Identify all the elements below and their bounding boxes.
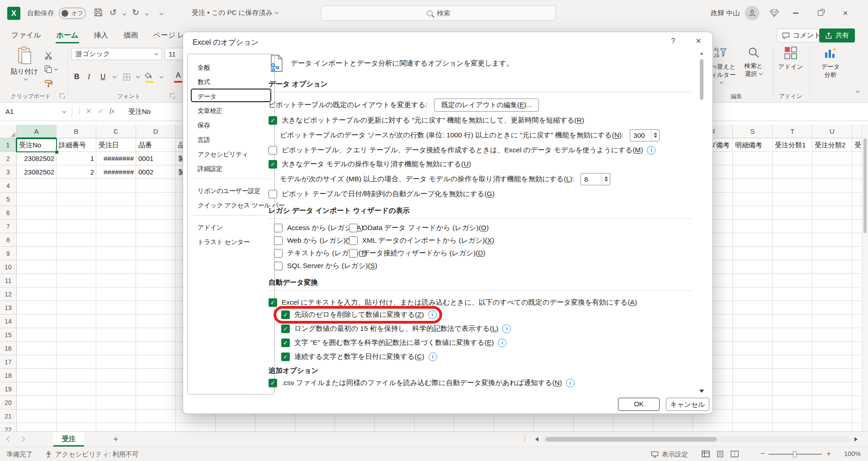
cell-U1[interactable]: 受注分類2	[812, 138, 852, 152]
cell-B3[interactable]: 2	[57, 165, 96, 179]
spinner-arrows[interactable]	[651, 130, 659, 141]
quick-access-more-icon[interactable]	[160, 11, 163, 15]
collapse-ribbon-icon[interactable]	[856, 89, 859, 93]
cell-C3[interactable]: ########	[96, 165, 136, 179]
info-icon[interactable]: i	[566, 379, 575, 387]
add-sheet-button[interactable]: +	[110, 434, 121, 445]
spinner-input[interactable]: 8	[580, 173, 610, 185]
row-header-17[interactable]: 17	[0, 355, 17, 369]
ribbon-tab-ホーム[interactable]: ホーム	[49, 27, 86, 44]
name-box[interactable]: A1	[0, 103, 72, 121]
cancel-button[interactable]: キャンセル	[666, 398, 709, 411]
column-header-U[interactable]: U	[812, 125, 852, 138]
save-icon[interactable]	[94, 8, 103, 17]
zoom-in-button[interactable]: +	[826, 449, 831, 458]
checkbox-unchecked[interactable]	[274, 236, 283, 245]
checkbox-checked[interactable]: ✓	[269, 160, 277, 169]
cut-button[interactable]	[44, 50, 62, 61]
checkbox-unchecked[interactable]	[269, 146, 277, 155]
scroll-left-icon[interactable]	[535, 437, 538, 442]
ok-button[interactable]: OK	[618, 398, 660, 411]
copy-button[interactable]	[44, 63, 62, 75]
checkbox-checked[interactable]: ✓	[269, 116, 277, 125]
scroll-down-icon[interactable]	[699, 390, 704, 393]
spin-up-icon[interactable]	[654, 132, 657, 135]
cell-C1[interactable]: 受注日	[96, 138, 136, 152]
options-nav-トラスト センター[interactable]: トラスト センター	[191, 234, 271, 248]
ribbon-tab-挿入[interactable]: 挿入	[86, 27, 116, 44]
checkbox-checked[interactable]: ✓	[281, 353, 290, 361]
row-header-15[interactable]: 15	[0, 328, 17, 342]
options-nav-クイック アクセス ツール バー[interactable]: クイック アクセス ツール バー	[191, 198, 271, 211]
prev-sheet-icon[interactable]	[6, 436, 12, 442]
undo-icon[interactable]: ↺	[109, 7, 117, 18]
options-nav-文章校正[interactable]: 文章校正	[191, 103, 271, 117]
row-header-20[interactable]: 20	[0, 396, 17, 409]
font-dialog-launcher-icon[interactable]	[170, 94, 175, 98]
spinner-arrows[interactable]	[602, 174, 610, 185]
paste-button[interactable]: 貼り付け	[10, 47, 39, 91]
column-header-C[interactable]: C	[96, 125, 136, 138]
row-header-14[interactable]: 14	[0, 315, 17, 328]
row-header-2[interactable]: 2	[0, 152, 17, 165]
row-header-5[interactable]: 5	[0, 193, 17, 206]
row-header-22[interactable]: 22	[0, 423, 17, 431]
excel-logo-icon[interactable]: X	[7, 7, 20, 20]
zoom-level[interactable]: 100%	[838, 450, 861, 457]
column-header-D[interactable]: D	[136, 125, 176, 138]
scrollbar-grip-icon[interactable]: ⋮	[522, 435, 527, 442]
options-nav-言語[interactable]: 言語	[191, 132, 271, 146]
row-header-12[interactable]: 12	[0, 287, 17, 301]
checkbox-checked[interactable]: ✓	[281, 325, 290, 333]
options-nav-データ[interactable]: データ	[191, 89, 271, 102]
avatar[interactable]	[745, 6, 760, 20]
bold-button[interactable]: B	[74, 71, 80, 83]
share-button[interactable]: 共有	[819, 28, 855, 42]
column-header-T[interactable]: T	[773, 125, 812, 138]
horizontal-scrollbar-thumb[interactable]	[545, 437, 717, 442]
scroll-right-icon[interactable]	[854, 437, 858, 442]
row-header-19[interactable]: 19	[0, 382, 17, 396]
cell-B1[interactable]: 詳細番号	[57, 138, 96, 152]
cell-D2[interactable]: 0001	[136, 152, 176, 165]
cell-D3[interactable]: 0002	[136, 165, 176, 179]
format-painter-button[interactable]	[44, 78, 62, 89]
next-sheet-icon[interactable]	[19, 436, 25, 442]
info-icon[interactable]: i	[428, 310, 437, 319]
font-name-select[interactable]: 游ゴシック	[71, 48, 162, 60]
cell-C2[interactable]: ########	[96, 152, 136, 165]
row-header-13[interactable]: 13	[0, 301, 17, 315]
options-nav-アドイン[interactable]: アドイン	[191, 220, 271, 233]
spin-down-icon[interactable]	[654, 136, 657, 138]
checkbox-unchecked[interactable]	[349, 249, 358, 258]
cell-D1[interactable]: 品番	[136, 138, 176, 152]
italic-button[interactable]: I	[88, 71, 90, 83]
edit-default-layout-button[interactable]: 既定のレイアウトの編集(E)...	[434, 99, 539, 112]
page-layout-view-icon[interactable]	[716, 451, 724, 457]
autosave-toggle[interactable]: オフ	[59, 8, 86, 19]
cell-T1[interactable]: 受注分類1	[773, 138, 812, 152]
comments-button[interactable]: コメント	[777, 28, 826, 42]
premium-diamond-icon[interactable]	[769, 9, 779, 18]
row-header-7[interactable]: 7	[0, 220, 17, 233]
ribbon-tab-描画[interactable]: 描画	[116, 27, 146, 44]
document-title[interactable]: 受注 • この PC に保存済み	[192, 9, 278, 17]
column-header-B[interactable]: B	[57, 125, 96, 138]
clipboard-dialog-launcher-icon[interactable]	[60, 94, 64, 98]
vertical-scrollbar[interactable]	[862, 125, 868, 431]
formula-content[interactable]: 受注No	[128, 108, 151, 116]
checkbox-unchecked[interactable]	[349, 236, 358, 245]
row-header-9[interactable]: 9	[0, 247, 17, 260]
dialog-help-button[interactable]: ?	[668, 37, 679, 45]
dialog-scrollbar-thumb[interactable]	[700, 59, 703, 100]
info-icon[interactable]: i	[647, 146, 656, 155]
find-select-button[interactable]: 検索と 選択	[739, 46, 769, 78]
checkbox-checked[interactable]: ✓	[269, 298, 277, 307]
page-break-view-icon[interactable]	[731, 451, 739, 457]
spin-down-icon[interactable]	[604, 179, 608, 182]
underline-dropdown-icon[interactable]	[113, 75, 116, 78]
zoom-out-button[interactable]: −	[760, 449, 765, 458]
analyze-data-button[interactable]: データ 分析	[813, 46, 848, 79]
cell-S1[interactable]: 明細備考	[733, 138, 773, 152]
checkbox-unchecked[interactable]	[269, 190, 277, 198]
